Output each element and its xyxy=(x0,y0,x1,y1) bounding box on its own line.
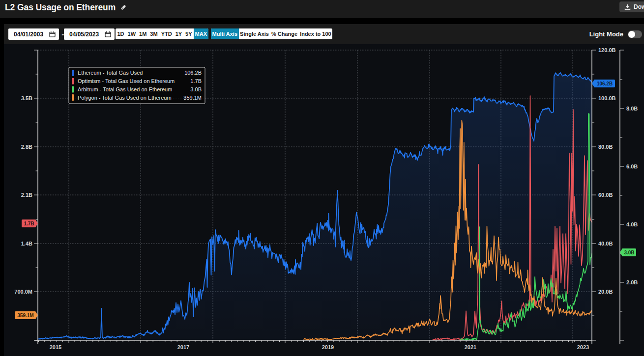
svg-text:8.0B: 8.0B xyxy=(626,106,638,111)
svg-text:2.8B: 2.8B xyxy=(21,144,32,150)
svg-text:120.0B: 120.0B xyxy=(598,47,616,53)
svg-text:40.0B: 40.0B xyxy=(598,241,613,246)
svg-text:4.0B: 4.0B xyxy=(626,221,638,227)
svg-text:2021: 2021 xyxy=(465,344,476,350)
svg-text:2019: 2019 xyxy=(322,344,334,350)
svg-text:359.1M: 359.1M xyxy=(183,95,202,101)
svg-text:6.0B: 6.0B xyxy=(626,164,638,169)
svg-text:3.0B: 3.0B xyxy=(190,86,202,92)
svg-text:3.0B: 3.0B xyxy=(624,250,634,255)
svg-text:106.2B: 106.2B xyxy=(597,81,613,86)
svg-text:100.0B: 100.0B xyxy=(598,95,616,101)
svg-text:Optimism - Total Gas Used on E: Optimism - Total Gas Used on Ethereum xyxy=(78,78,175,84)
svg-text:1.7B: 1.7B xyxy=(24,221,34,226)
svg-text:2.1B: 2.1B xyxy=(21,192,32,198)
svg-text:1.4B: 1.4B xyxy=(21,241,32,246)
svg-text:359.1M: 359.1M xyxy=(17,313,33,318)
svg-text:2.0B: 2.0B xyxy=(626,279,638,285)
svg-text:106.2B: 106.2B xyxy=(184,70,202,76)
svg-text:2015: 2015 xyxy=(50,344,61,350)
svg-text:Ethereum - Total Gas Used: Ethereum - Total Gas Used xyxy=(78,70,143,76)
svg-text:20.0B: 20.0B xyxy=(598,289,613,295)
svg-text:3.5B: 3.5B xyxy=(21,95,32,101)
svg-text:700.0M: 700.0M xyxy=(14,289,32,295)
svg-text:Polygon - Total Gas Used on Et: Polygon - Total Gas Used on Ethereum xyxy=(78,95,172,101)
svg-text:2017: 2017 xyxy=(177,344,189,350)
svg-text:80.0B: 80.0B xyxy=(598,144,613,150)
svg-text:1.7B: 1.7B xyxy=(190,78,202,84)
svg-text:60.0B: 60.0B xyxy=(598,192,613,198)
svg-text:2023: 2023 xyxy=(577,344,589,350)
svg-text:Arbitrum - Total Gas Used on E: Arbitrum - Total Gas Used on Ethereum xyxy=(78,86,172,92)
